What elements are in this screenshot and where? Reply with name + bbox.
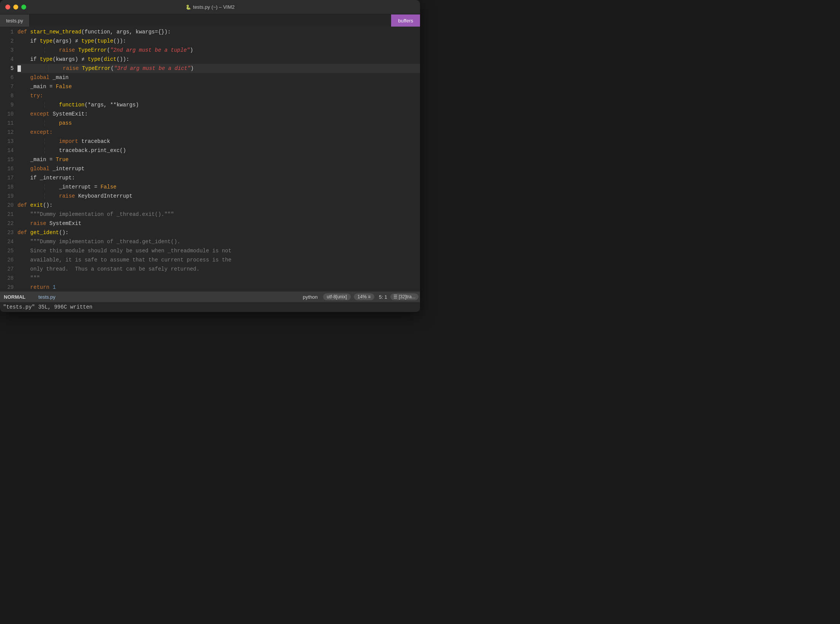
code-line-25: def get_ident(): bbox=[17, 228, 420, 237]
code-line-3: ¦ raise TypeError("2nd arg must be a tup… bbox=[17, 46, 420, 55]
code-line-17: if _interrupt: bbox=[17, 173, 420, 182]
statusbar: NORMAL tests.py python utf-8[unix] 14% ≡… bbox=[0, 291, 420, 302]
status-percent: 14% ≡ bbox=[354, 293, 374, 300]
line-number-2: 2 bbox=[0, 36, 14, 46]
code-line-12: except: bbox=[17, 128, 420, 137]
cursor-block bbox=[17, 65, 21, 72]
code-line-14: ¦ traceback.print_exc() bbox=[17, 146, 420, 155]
list-icon: ☰ bbox=[393, 294, 399, 299]
close-button[interactable] bbox=[5, 5, 10, 10]
code-area: 1234567891011121314151617181920212223242… bbox=[0, 27, 420, 291]
line-number-13: 13 bbox=[0, 137, 14, 146]
code-line-19: ¦ raise KeyboardInterrupt bbox=[17, 192, 420, 201]
minimize-button[interactable] bbox=[13, 5, 18, 10]
window-title: 🐍 tests.py (~) – VIM2 bbox=[185, 4, 235, 10]
code-line-9: ¦ function(*args, **kwargs) bbox=[17, 100, 420, 109]
line-number-11: 11 bbox=[0, 119, 14, 128]
code-line-16: global _interrupt bbox=[17, 164, 420, 173]
window: 🐍 tests.py (~) – VIM2 tests.py buffers 1… bbox=[0, 0, 420, 312]
line-number-21: 21 bbox=[0, 210, 14, 219]
line-number-14: 14 bbox=[0, 146, 14, 155]
tabbar: tests.py buffers bbox=[0, 14, 420, 27]
buffers-button[interactable]: buffers bbox=[391, 14, 420, 27]
line-number-3: 3 bbox=[0, 46, 14, 55]
code-line-15: _main = True bbox=[17, 155, 420, 164]
line-number-22: 22 bbox=[0, 219, 14, 228]
line-number-1: 1 bbox=[0, 27, 14, 36]
col-pos: 1 bbox=[384, 294, 387, 300]
code-line-13: ¦ import traceback bbox=[17, 137, 420, 146]
code-line-10: except SystemExit: bbox=[17, 109, 420, 119]
line-number-12: 12 bbox=[0, 128, 14, 137]
status-filename: tests.py bbox=[34, 294, 60, 300]
line-number-7: 7 bbox=[0, 82, 14, 91]
status-list: ☰ [32]tra... bbox=[390, 293, 418, 300]
tab-tests-py[interactable]: tests.py bbox=[0, 14, 30, 27]
line-number-17: 17 bbox=[0, 173, 14, 182]
code-line-1: def start_new_thread(function, args, kwa… bbox=[17, 27, 420, 36]
code-line-7: _main = False bbox=[17, 82, 420, 91]
line-number-18: 18 bbox=[0, 182, 14, 192]
code-line-4: if type(kwargs) ≠ type(dict()): bbox=[17, 55, 420, 64]
line-number-16: 16 bbox=[0, 164, 14, 173]
maximize-button[interactable] bbox=[21, 5, 26, 10]
line-number-15: 15 bbox=[0, 155, 14, 164]
line-number-28: 28 bbox=[0, 274, 14, 283]
titlebar: 🐍 tests.py (~) – VIM2 bbox=[0, 0, 420, 14]
bottom-message-text: "tests.py" 35L, 996C written bbox=[3, 304, 92, 310]
code-line-18: ¦ _interrupt = False bbox=[17, 182, 420, 192]
code-line-28: available, it is safe to assume that the… bbox=[17, 255, 420, 264]
status-lang: python bbox=[299, 294, 322, 300]
buffers-label: buffers bbox=[398, 18, 413, 24]
line-number-19: 19 bbox=[0, 192, 14, 201]
mode-text: NORMAL bbox=[4, 294, 25, 300]
window-title-text: tests.py (~) – VIM2 bbox=[193, 4, 235, 10]
line-number-24: 24 bbox=[0, 237, 14, 246]
code-line-29: only thread. Thus a constant can be safe… bbox=[17, 264, 420, 274]
code-line-22: """Dummy implementation of _thread.exit(… bbox=[17, 210, 420, 219]
code-line-6: global _main bbox=[17, 73, 420, 82]
code-line-5: ¦ raise TypeError("3rd arg must be a dic… bbox=[17, 64, 420, 73]
line-number-29: 29 bbox=[0, 283, 14, 291]
code-content[interactable]: def start_new_thread(function, args, kwa… bbox=[17, 27, 420, 291]
code-line-2: if type(args) ≠ type(tuple()): bbox=[17, 36, 420, 46]
bottom-message: "tests.py" 35L, 996C written bbox=[0, 302, 420, 312]
line-number-27: 27 bbox=[0, 264, 14, 274]
code-line-30: """ bbox=[17, 274, 420, 283]
code-line-21: def exit(): bbox=[17, 201, 420, 210]
line-number-4: 4 bbox=[0, 55, 14, 64]
code-line-26: """Dummy implementation of _thread.get_i… bbox=[17, 237, 420, 246]
line-number-10: 10 bbox=[0, 109, 14, 119]
line-number-9: 9 bbox=[0, 100, 14, 109]
line-number-5: 5 bbox=[0, 64, 14, 73]
file-icon: 🐍 bbox=[185, 5, 191, 10]
code-line-23: raise SystemExit bbox=[17, 219, 420, 228]
list-label: [32]tra... bbox=[399, 294, 415, 299]
line-pos: 5: bbox=[379, 294, 383, 300]
code-line-11: ¦ pass bbox=[17, 119, 420, 128]
code-line-31: return 1 bbox=[17, 283, 420, 291]
line-number-25: 25 bbox=[0, 246, 14, 255]
tab-label: tests.py bbox=[6, 18, 23, 24]
status-encoding: utf-8[unix] bbox=[323, 293, 351, 300]
status-arrow bbox=[29, 291, 34, 302]
line-number-8: 8 bbox=[0, 91, 14, 100]
line-number-26: 26 bbox=[0, 255, 14, 264]
code-line-8: try: bbox=[17, 91, 420, 100]
traffic-lights bbox=[5, 5, 26, 10]
line-numbers: 1234567891011121314151617181920212223242… bbox=[0, 27, 17, 291]
status-position: 5: 1 bbox=[376, 294, 390, 300]
code-line-27: Since this module should only be used wh… bbox=[17, 246, 420, 255]
mode-indicator: NORMAL bbox=[0, 291, 29, 302]
percent-text: 14% bbox=[358, 294, 367, 299]
equiv-icon: ≡ bbox=[368, 294, 371, 299]
line-number-6: 6 bbox=[0, 73, 14, 82]
line-number-23: 23 bbox=[0, 228, 14, 237]
line-number-20: 20 bbox=[0, 201, 14, 210]
